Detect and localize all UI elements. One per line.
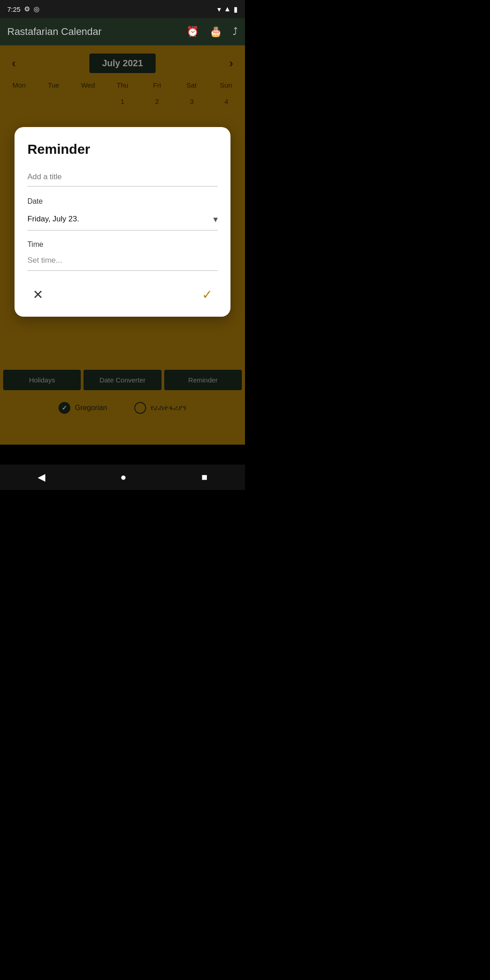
battery-icon: ▮ <box>234 5 238 14</box>
recent-button[interactable]: ■ <box>192 468 216 487</box>
share-icon[interactable]: ⤴ <box>233 26 238 38</box>
date-label: Date <box>27 197 217 206</box>
home-button[interactable]: ● <box>111 468 135 487</box>
cancel-button[interactable]: ✕ <box>27 285 49 304</box>
app-bar: Rastafarian Calendar ⏰ 🎂 ⤴ <box>0 18 245 45</box>
settings-icon: ⚙ <box>24 5 30 13</box>
status-right: ▾ ▲ ▮ <box>217 5 238 14</box>
reminder-dialog: Reminder Date Friday, July 23. ▾ Time Se… <box>15 127 230 317</box>
calendar-background: ‹ July 2021 › Mon Tue Wed Thu Fri Sat Su… <box>0 45 245 445</box>
status-time: 7:25 <box>7 5 20 13</box>
status-left: 7:25 ⚙ ◎ <box>7 5 39 13</box>
time-value[interactable]: Set time... <box>27 253 217 271</box>
back-button[interactable]: ◀ <box>29 468 54 487</box>
signal-icon: ▲ <box>224 5 231 13</box>
birthday-icon[interactable]: 🎂 <box>210 26 222 38</box>
reminder-icon[interactable]: ⏰ <box>186 26 199 38</box>
date-select[interactable]: Friday, July 23. ▾ <box>27 210 217 230</box>
at-icon: ◎ <box>34 5 39 13</box>
date-dropdown-arrow: ▾ <box>213 214 218 225</box>
app-title: Rastafarian Calendar <box>7 26 186 38</box>
reminder-dialog-title: Reminder <box>27 142 217 157</box>
wifi-icon: ▾ <box>217 5 221 14</box>
modal-overlay: Reminder Date Friday, July 23. ▾ Time Se… <box>0 45 245 445</box>
time-label: Time <box>27 240 217 249</box>
reminder-title-input[interactable] <box>27 170 217 186</box>
confirm-button[interactable]: ✓ <box>196 285 218 304</box>
date-value: Friday, July 23. <box>27 215 79 224</box>
status-bar: 7:25 ⚙ ◎ ▾ ▲ ▮ <box>0 0 245 18</box>
app-bar-icons: ⏰ 🎂 ⤴ <box>186 26 238 38</box>
nav-bar: ◀ ● ■ <box>0 465 245 490</box>
dialog-actions: ✕ ✓ <box>27 284 217 304</box>
